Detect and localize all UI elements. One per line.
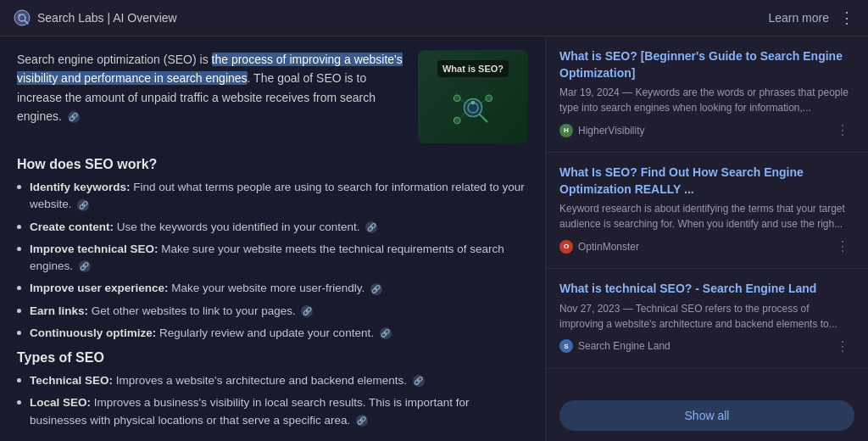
article-menu-icon-1[interactable]: ⋮ — [831, 120, 854, 140]
intro-text: Search engine optimization (SEO) is the … — [17, 50, 404, 143]
list-item: Create content: Use the keywords you ide… — [17, 219, 528, 236]
article-title-1: What is SEO? [Beginner's Guide to Search… — [559, 48, 854, 81]
source-name-2: OptinMonster — [578, 241, 639, 253]
list-item: Local SEO: Improves a business's visibil… — [17, 394, 528, 429]
list-item: Continuously optimize: Regularly review … — [17, 325, 528, 342]
bullet-bold: Improve technical SEO: — [30, 243, 159, 255]
list-item: Improve user experience: Make your websi… — [17, 280, 528, 297]
article-title-3: What is technical SEO? - Search Engine L… — [559, 281, 854, 298]
bullet-dot — [17, 309, 21, 313]
svg-line-10 — [460, 99, 465, 103]
bullet-dot — [17, 400, 21, 405]
section1-heading: How does SEO work? — [17, 157, 528, 172]
source-favicon-2: O — [559, 240, 573, 254]
source-favicon-1: H — [559, 124, 573, 137]
bullet-bold: Improve user experience: — [30, 282, 169, 294]
bullet-dot — [17, 185, 21, 189]
list-item: Earn links: Get other websites to link t… — [17, 303, 528, 320]
bullet-text: Technical SEO: Improves a website's arch… — [30, 372, 425, 389]
bullet-bold: Identify keywords: — [30, 181, 131, 193]
bullet-dot — [17, 286, 21, 290]
show-all-section: Show all — [546, 390, 868, 441]
bullet-bold: Technical SEO: — [30, 374, 113, 387]
article-footer-2: O OptinMonster ⋮ — [559, 237, 854, 256]
svg-line-11 — [481, 99, 486, 103]
bullet-link-icon[interactable]: 🔗 — [365, 221, 377, 233]
header-left: Search Labs | AI Overview — [14, 9, 177, 26]
svg-line-6 — [480, 114, 487, 122]
article-meta-1: Mar 19, 2024 — Keywords are the words or… — [559, 85, 854, 115]
intro-section: Search engine optimization (SEO) is the … — [17, 50, 528, 143]
search-labs-icon — [14, 9, 31, 26]
svg-line-12 — [460, 112, 465, 119]
main-content: Search engine optimization (SEO) is the … — [0, 36, 868, 441]
article-meta-2: Keyword research is about identifying th… — [559, 201, 854, 232]
bullet-link-icon[interactable]: 🔗 — [356, 415, 368, 427]
learn-more-button[interactable]: Learn more — [768, 11, 829, 25]
bullet-bold: Earn links: — [30, 304, 88, 317]
right-panel: What is SEO? [Beginner's Guide to Search… — [546, 36, 868, 441]
show-all-button[interactable]: Show all — [559, 400, 854, 431]
bullets2-list: Technical SEO: Improves a website's arch… — [17, 372, 528, 429]
left-panel: Search engine optimization (SEO) is the … — [0, 36, 546, 441]
svg-point-13 — [471, 101, 476, 105]
seo-image-title: What is SEO? — [437, 60, 509, 77]
article-card-1[interactable]: What is SEO? [Beginner's Guide to Search… — [546, 36, 868, 153]
seo-diagram-icon — [448, 82, 498, 133]
header-title: Search Labs | AI Overview — [37, 11, 177, 25]
source-name-3: Search Engine Land — [578, 340, 670, 352]
article-card-2[interactable]: What Is SEO? Find Out How Search Engine … — [546, 153, 868, 269]
seo-image: What is SEO? — [418, 50, 528, 143]
bullet-text: Local SEO: Improves a business's visibil… — [30, 394, 528, 429]
bullet-link-icon[interactable]: 🔗 — [77, 199, 89, 211]
article-footer-3: S Search Engine Land ⋮ — [559, 337, 854, 356]
bullet-bold: Continuously optimize: — [30, 327, 156, 339]
bullet-dot — [17, 378, 21, 382]
source-favicon-3: S — [559, 339, 573, 353]
svg-point-8 — [486, 95, 492, 102]
article-menu-icon-2[interactable]: ⋮ — [831, 237, 854, 256]
intro-text-before: Search engine optimization (SEO) is — [17, 53, 212, 66]
bullet-text: Create content: Use the keywords you ide… — [30, 219, 377, 236]
bullet-link-icon[interactable]: 🔗 — [79, 260, 91, 272]
article-meta-3: Nov 27, 2023 — Technical SEO refers to t… — [559, 301, 854, 332]
header-right: Learn more ⋮ — [768, 8, 854, 27]
bullet-link-icon[interactable]: 🔗 — [413, 375, 425, 387]
bullet-text: Improve technical SEO: Make sure your we… — [30, 241, 528, 276]
bullets1-list: Identify keywords: Find out what terms p… — [17, 179, 528, 342]
section2-heading: Types of SEO — [17, 350, 528, 366]
bullet-link-icon[interactable]: 🔗 — [380, 327, 392, 339]
list-item: Technical SEO: Improves a website's arch… — [17, 372, 528, 389]
article-title-2: What Is SEO? Find Out How Search Engine … — [559, 165, 854, 198]
bullet-link-icon[interactable]: 🔗 — [301, 305, 313, 317]
bullet-link-icon[interactable]: 🔗 — [370, 283, 382, 295]
svg-point-9 — [454, 117, 461, 124]
list-item: Identify keywords: Find out what terms p… — [17, 179, 528, 214]
bullet-bold: Local SEO: — [30, 396, 91, 409]
bullet-text: Continuously optimize: Regularly review … — [30, 325, 392, 342]
list-item: Improve technical SEO: Make sure your we… — [17, 241, 528, 276]
header-menu-icon[interactable]: ⋮ — [839, 8, 854, 27]
article-menu-icon-3[interactable]: ⋮ — [831, 337, 854, 356]
bullet-dot — [17, 331, 21, 335]
intro-link-icon[interactable]: 🔗 — [68, 111, 80, 123]
bullet-text: Earn links: Get other websites to link t… — [30, 303, 313, 320]
bullet-dot — [17, 225, 21, 229]
article-source-1: H HigherVisibility — [559, 124, 644, 137]
header: Search Labs | AI Overview Learn more ⋮ — [0, 0, 868, 36]
svg-point-7 — [454, 95, 461, 102]
svg-point-3 — [19, 14, 21, 17]
bullet-text: Identify keywords: Find out what terms p… — [30, 179, 528, 214]
article-source-2: O OptinMonster — [559, 240, 639, 254]
bullet-text: Improve user experience: Make your websi… — [30, 280, 382, 297]
article-footer-1: H HigherVisibility ⋮ — [559, 120, 854, 140]
article-source-3: S Search Engine Land — [559, 339, 670, 353]
bullet-dot — [17, 247, 21, 251]
article-card-3[interactable]: What is technical SEO? - Search Engine L… — [546, 269, 868, 369]
bullet-bold: Create content: — [30, 220, 114, 233]
source-name-1: HigherVisibility — [578, 125, 644, 137]
